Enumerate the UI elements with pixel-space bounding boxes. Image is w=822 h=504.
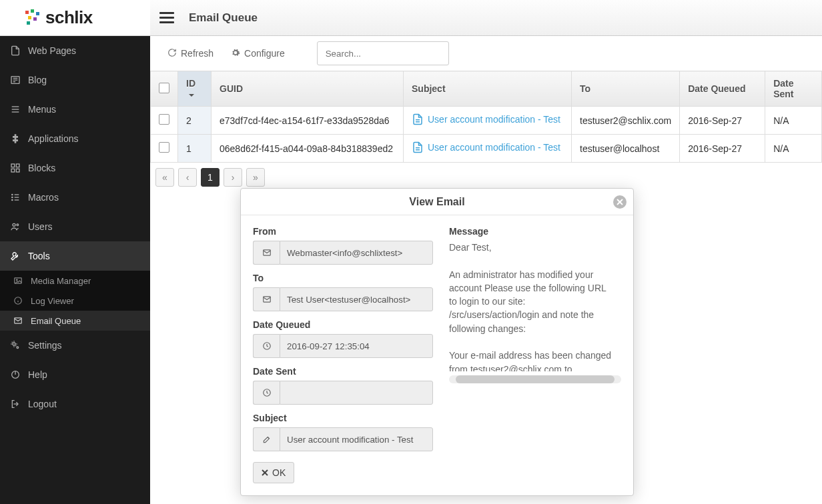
svg-point-21 [12,199,13,200]
brand-logo[interactable]: schlix [0,0,150,36]
sidebar-item-tools[interactable]: Tools [0,241,150,271]
sidebar: schlix Web Pages Blog Menus Applications… [0,0,150,504]
sidebar-item-users[interactable]: Users [0,212,150,241]
users-icon [9,221,21,232]
pagination-next[interactable]: › [224,168,242,187]
sidebar-item-web-pages[interactable]: Web Pages [0,36,150,65]
data-table: ID GUID Subject To Date Queued Date Sent… [150,71,822,192]
table-row[interactable]: 1 06e8d62f-f415-a044-09a8-84b318839ed2 U… [151,135,822,163]
sidebar-sub-log-viewer[interactable]: Log Viewer [0,291,150,311]
select-all-checkbox[interactable] [159,83,169,93]
svg-rect-0 [25,11,29,14]
close-icon[interactable] [613,195,627,209]
col-date-queued[interactable]: Date Queued [680,71,765,107]
puzzle-icon [9,133,21,144]
sidebar-item-blog[interactable]: Blog [0,65,150,95]
cell-id: 2 [178,107,212,135]
sidebar-item-logout[interactable]: Logout [0,389,150,419]
list-icon [9,104,21,115]
subject-label: Subject [253,413,433,423]
svg-point-23 [13,223,15,226]
message-body[interactable]: Dear Test, An administrator has modified… [449,241,621,371]
cell-guid: 06e8d62f-f415-a044-09a8-84b318839ed2 [212,135,404,163]
row-checkbox[interactable] [159,142,169,153]
svg-point-32 [17,347,19,349]
message-label: Message [449,226,621,237]
cell-to: testuser2@schlix.com [572,107,680,135]
sidebar-item-macros[interactable]: Macros [0,183,150,212]
info-icon [12,296,24,305]
sent-field [280,381,433,405]
horizontal-scrollbar[interactable] [449,375,621,383]
cell-id: 1 [178,135,212,163]
sidebar-sub-media-manager[interactable]: Media Manager [0,271,150,291]
svg-rect-13 [11,164,15,167]
pagination-first[interactable]: « [155,168,174,187]
subject-link[interactable]: User account modification - Test [412,141,560,153]
svg-rect-3 [28,16,31,19]
envelope-icon [253,241,280,265]
toolbar: Refresh Configure [150,36,822,71]
col-subject[interactable]: Subject [404,71,572,107]
pagination-page-1[interactable]: 1 [201,168,220,187]
sidebar-item-help[interactable]: Help [0,360,150,389]
svg-point-31 [13,343,15,345]
sidebar-item-blocks[interactable]: Blocks [0,153,150,183]
newspaper-icon [9,75,21,85]
image-icon [12,276,24,285]
edit-icon [253,427,280,451]
sidebar-item-menus[interactable]: Menus [0,95,150,124]
sidebar-item-label: Media Manager [31,276,91,286]
subject-link[interactable]: User account modification - Test [412,113,560,125]
list-bullet-icon [9,192,21,203]
col-id[interactable]: ID [178,71,212,107]
view-email-modal: View Email From To Date Queued Date Sent [240,188,634,496]
svg-point-24 [17,224,19,226]
pagination-prev[interactable]: ‹ [178,168,197,187]
svg-rect-2 [36,12,39,15]
sidebar-item-label: Blocks [28,163,55,173]
hamburger-icon[interactable] [159,12,174,23]
pagination-last[interactable]: » [246,168,265,187]
sidebar-sub-email-queue[interactable]: Email Queue [0,311,150,331]
cell-date-sent: N/A [765,107,822,135]
col-date-sent[interactable]: Date Sent [765,71,822,107]
grid-icon [9,163,21,173]
clock-icon [253,334,280,358]
ok-button[interactable]: OK [253,462,294,483]
svg-rect-15 [11,169,15,172]
modal-header: View Email [241,189,633,215]
envelope-icon [12,316,24,325]
sidebar-item-label: Menus [28,104,56,115]
sidebar-item-label: Blog [28,75,47,85]
sent-label: Date Sent [253,366,433,377]
cell-to: testuser@localhost [572,135,680,163]
refresh-button[interactable]: Refresh [162,44,219,63]
search-input[interactable] [317,41,449,65]
close-icon [262,467,268,478]
sidebar-item-settings[interactable]: Settings [0,331,150,360]
cell-date-queued: 2016-Sep-27 [680,135,765,163]
table-row[interactable]: 2 e73df7cd-f4ec-a154-61f7-e33da9528da6 U… [151,107,822,135]
refresh-label: Refresh [181,48,214,59]
svg-point-19 [12,197,13,197]
page-title: Email Queue [189,11,258,25]
col-to[interactable]: To [572,71,680,107]
svg-rect-14 [16,164,19,167]
sidebar-item-label: Macros [28,192,59,203]
power-icon [9,369,21,380]
sidebar-item-applications[interactable]: Applications [0,124,150,153]
cell-date-sent: N/A [765,135,822,163]
sidebar-item-label: Applications [28,133,79,144]
topbar: Email Queue [150,0,822,36]
sidebar-item-label: Tools [28,251,50,261]
sidebar-item-label: Logout [28,399,57,409]
configure-button[interactable]: Configure [226,44,290,63]
sidebar-item-label: Email Queue [31,316,81,326]
col-guid[interactable]: GUID [212,71,404,107]
subject-field [280,427,433,451]
sidebar-item-label: Settings [28,340,62,351]
svg-rect-4 [33,17,37,21]
sidebar-tools-submenu: Media Manager Log Viewer Email Queue [0,271,150,331]
row-checkbox[interactable] [159,114,169,125]
